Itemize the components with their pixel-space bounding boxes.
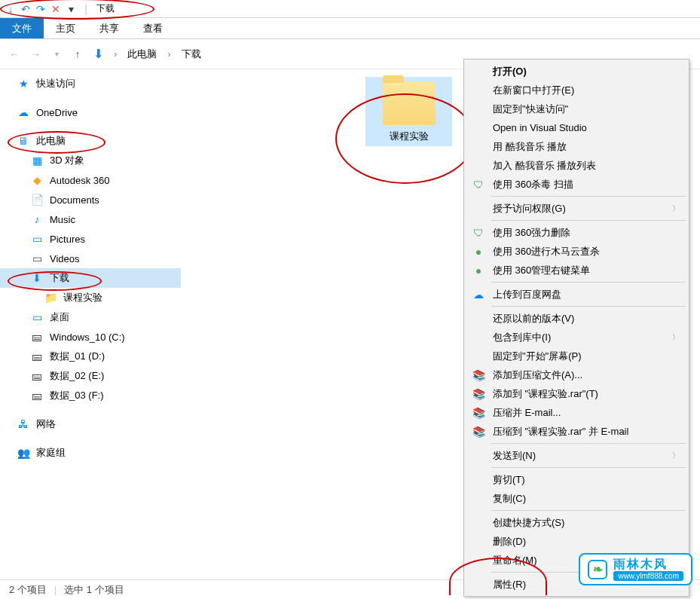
label: Open in Visual Studio [493, 122, 587, 133]
sidebar-item-downloads[interactable]: ⬇下载 [0, 268, 181, 288]
sidebar-item-documents[interactable]: 📄Documents [0, 190, 181, 209]
redo-icon[interactable]: ↷ [33, 3, 48, 15]
label: Autodesk 360 [50, 175, 110, 186]
monitor-icon: 🖥 [17, 135, 30, 147]
drive-icon: 🖴 [30, 331, 44, 343]
label: 快速访问 [36, 77, 75, 90]
circle-icon: ● [472, 246, 485, 258]
label: 打开(O) [493, 65, 527, 78]
sidebar-item-e-drive[interactable]: 🖴数据_02 (E:) [0, 366, 181, 386]
sidebar-item-course[interactable]: 📁课程实验 [0, 288, 181, 307]
sidebar-item-onedrive[interactable]: ☁OneDrive [0, 102, 181, 122]
label: 家庭组 [36, 446, 66, 460]
sidebar-item-f-drive[interactable]: 🖴数据_03 (F:) [0, 386, 181, 405]
sidebar-item-thispc[interactable]: 🖥此电脑 [0, 131, 181, 151]
sidebar-item-pictures[interactable]: ▭Pictures [0, 229, 181, 249]
label: Videos [50, 253, 80, 264]
label: 加入 酷我音乐 播放列表 [493, 159, 596, 173]
ctx-force-delete-360[interactable]: 🛡使用 360强力删除 [466, 223, 687, 242]
label: Music [50, 214, 75, 225]
sidebar-item-music[interactable]: ♪Music [0, 209, 181, 229]
nav-back-icon[interactable]: ← [6, 48, 23, 60]
ctx-cut[interactable]: 剪切(T) [466, 470, 687, 489]
picture-icon: ▭ [30, 233, 44, 245]
label: 剪切(T) [493, 473, 525, 487]
label: 使用 360管理右键菜单 [493, 264, 590, 277]
nav-recent-icon[interactable]: ▾ [48, 50, 65, 58]
breadcrumb-sep: › [164, 48, 173, 60]
breadcrumb-sep: › [111, 48, 120, 60]
ctx-separator [491, 220, 686, 221]
sidebar-item-d-drive[interactable]: 🖴数据_01 (D:) [0, 347, 181, 366]
ctx-restore-versions[interactable]: 还原以前的版本(V) [466, 309, 687, 328]
ctx-manage-360[interactable]: ●使用 360管理右键菜单 [466, 261, 687, 280]
ctx-separator [491, 443, 686, 444]
label: 删除(D) [493, 535, 526, 549]
ctx-open[interactable]: 打开(O) [466, 62, 687, 81]
watermark-url: www.ylmf888.com [613, 571, 683, 581]
window-title: 下载 [96, 2, 115, 15]
ctx-baidu-upload[interactable]: ☁上传到百度网盘 [466, 285, 687, 304]
music-icon: ♪ [30, 213, 44, 225]
ctx-grant-access[interactable]: 授予访问权限(G)〉 [466, 199, 687, 218]
sidebar-item-network[interactable]: 🖧网络 [0, 414, 181, 434]
archive-icon: 📚 [472, 388, 485, 400]
ctx-open-new-window[interactable]: 在新窗口中打开(E) [466, 81, 687, 99]
label: 数据_01 (D:) [50, 350, 105, 363]
ctx-open-vs[interactable]: Open in Visual Studio [466, 118, 687, 137]
sidebar-item-3d[interactable]: ▦3D 对象 [0, 151, 181, 170]
ctx-send-to[interactable]: 发送到(N)〉 [466, 446, 687, 465]
ctx-trojan-360[interactable]: ●使用 360进行木马云查杀 [466, 242, 687, 261]
tab-home[interactable]: 主页 [44, 18, 87, 38]
breadcrumb-downloads[interactable]: 下载 [179, 47, 204, 61]
ctx-pin-start[interactable]: 固定到"开始"屏幕(P) [466, 347, 687, 365]
label: Documents [50, 194, 99, 206]
folder-label: 课程实验 [390, 130, 429, 143]
close-red-icon[interactable]: ✕ [48, 3, 63, 15]
ctx-add-rar[interactable]: 📚添加到 "课程实验.rar"(T) [466, 384, 687, 403]
undo-icon[interactable]: ↶ [18, 3, 33, 15]
label: 3D 对象 [50, 154, 84, 167]
nav-up-icon[interactable]: ↑ [69, 48, 86, 60]
tab-view[interactable]: 查看 [131, 18, 175, 38]
archive-icon: 📚 [472, 426, 485, 438]
label: 重命名(M) [493, 554, 537, 567]
cloud-icon: ☁ [472, 289, 485, 301]
sidebar-item-c-drive[interactable]: 🖴Windows_10 (C:) [0, 327, 181, 347]
title-bar: ↓ ↶ ↷ ✕ ▾ | 下载 [0, 0, 700, 18]
ribbon-tabs: 文件 主页 共享 查看 [0, 18, 700, 39]
sidebar-item-desktop[interactable]: ▭桌面 [0, 307, 181, 327]
cloud-icon: ☁ [17, 106, 30, 118]
ctx-pin-quick[interactable]: 固定到"快速访问" [466, 99, 687, 118]
label: Pictures [50, 234, 85, 245]
ctx-include-library[interactable]: 包含到库中(I)〉 [466, 328, 687, 347]
ctx-delete[interactable]: 删除(D) [466, 532, 687, 551]
sidebar-item-homegroup[interactable]: 👥家庭组 [0, 443, 181, 463]
ctx-compress-email[interactable]: 📚压缩并 E-mail... [466, 403, 687, 422]
ctx-add-kuwo[interactable]: 加入 酷我音乐 播放列表 [466, 156, 687, 175]
label: 压缩并 E-mail... [493, 406, 561, 420]
dropdown-icon[interactable]: ▾ [63, 3, 78, 15]
tab-file[interactable]: 文件 [0, 18, 44, 38]
label: 授予访问权限(G) [493, 202, 566, 215]
desktop-icon: ▭ [30, 311, 44, 323]
label: Windows_10 (C:) [50, 332, 125, 343]
ctx-create-shortcut[interactable]: 创建快捷方式(S) [466, 513, 687, 532]
ctx-scan-360[interactable]: 🛡使用 360杀毒 扫描 [466, 175, 687, 194]
sidebar-item-videos[interactable]: ▭Videos [0, 249, 181, 268]
label: 使用 360进行木马云查杀 [493, 245, 600, 258]
sidebar-item-quick-access[interactable]: ★快速访问 [0, 74, 181, 93]
nav-forward-icon[interactable]: → [27, 48, 44, 60]
folder-item-course[interactable]: 课程实验 [365, 77, 452, 146]
label: 发送到(N) [493, 449, 536, 463]
ctx-play-kuwo[interactable]: 用 酷我音乐 播放 [466, 137, 687, 156]
sidebar-item-autodesk[interactable]: ◆Autodesk 360 [0, 170, 181, 190]
breadcrumb-thispc[interactable]: 此电脑 [124, 47, 160, 61]
ctx-separator [491, 282, 686, 283]
ctx-compress-rar-email[interactable]: 📚压缩到 "课程实验.rar" 并 E-mail [466, 422, 687, 441]
watermark-title: 雨林木风 [613, 558, 683, 571]
tab-share[interactable]: 共享 [87, 18, 131, 38]
archive-icon: 📚 [472, 407, 485, 419]
ctx-copy[interactable]: 复制(C) [466, 489, 687, 508]
ctx-add-archive[interactable]: 📚添加到压缩文件(A)... [466, 365, 687, 384]
